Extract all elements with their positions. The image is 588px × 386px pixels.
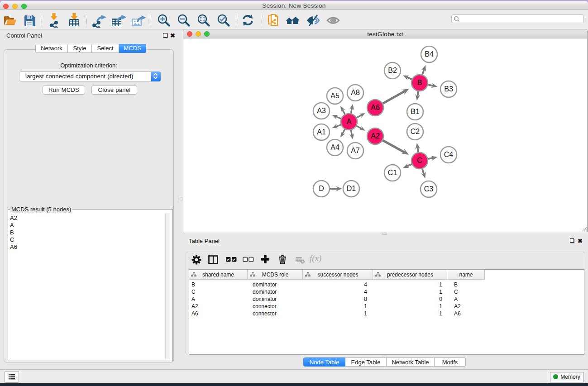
svg-text:D1: D1 [347,185,356,192]
svg-text:A1: A1 [317,128,326,136]
svg-text:C3: C3 [424,185,434,193]
svg-text:B2: B2 [388,67,397,74]
svg-text:A8: A8 [351,89,360,96]
svg-text:B1: B1 [411,108,420,115]
svg-text:B: B [417,79,422,86]
svg-text:A3: A3 [317,107,326,114]
svg-text:A4: A4 [330,143,339,151]
svg-text:A6: A6 [371,104,380,111]
svg-text:C1: C1 [388,169,397,176]
svg-text:A: A [347,118,352,125]
svg-text:A2: A2 [371,132,380,140]
svg-text:A5: A5 [330,92,339,100]
svg-text:B4: B4 [425,50,434,58]
svg-text:C2: C2 [411,128,420,135]
svg-text:D: D [319,185,324,192]
svg-text:A7: A7 [351,147,360,154]
svg-text:B3: B3 [444,85,453,93]
svg-text:C: C [417,157,422,164]
svg-text:C4: C4 [444,151,454,158]
